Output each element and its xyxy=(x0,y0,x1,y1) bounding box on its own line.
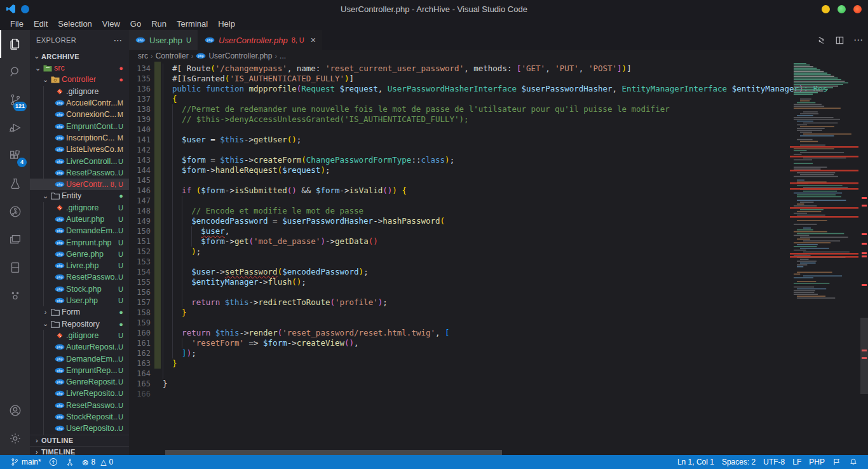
tree-item-demandeem-[interactable]: phpDemandeEm...U xyxy=(30,225,129,236)
problems-status[interactable]: ⊗ 8 △ 0 xyxy=(78,455,118,469)
line-number[interactable]: 161 xyxy=(129,338,153,348)
mascot-extension-icon[interactable] xyxy=(0,282,30,309)
menu-go[interactable]: Go xyxy=(125,18,146,30)
tree-item-resetpasswo-[interactable]: phpResetPasswo...U xyxy=(30,400,129,411)
tree-item-stock-php[interactable]: phpStock.phpU xyxy=(30,283,129,295)
code-line-153[interactable]: 153 xyxy=(129,257,789,267)
tree-item--gitignore[interactable]: .gitignoreU xyxy=(30,202,129,214)
tree-item-demandeem-[interactable]: phpDemandeEm...U xyxy=(30,353,129,364)
tree-item-livre-php[interactable]: phpLivre.phpU xyxy=(30,260,129,271)
code-line-165[interactable]: 165} xyxy=(129,379,789,389)
line-number[interactable]: 149 xyxy=(129,216,153,226)
eol-status[interactable]: LF xyxy=(789,455,805,469)
code-editor[interactable]: 133134 #[ Route('/changemypass', name: '… xyxy=(129,62,868,455)
breadcrumb-item[interactable]: ... xyxy=(280,51,286,60)
line-number[interactable]: 136 xyxy=(129,84,153,94)
tree-item-stockreposit-[interactable]: phpStockReposit...U xyxy=(30,411,129,423)
timeline-section-header[interactable]: › TIMELINE xyxy=(30,446,129,456)
line-number[interactable]: 155 xyxy=(129,277,153,287)
close-tab-icon[interactable]: × xyxy=(311,36,316,44)
line-number[interactable]: 140 xyxy=(129,125,153,135)
code-line-157[interactable]: 157 return $this->redirectToRoute('profi… xyxy=(129,297,789,308)
explorer-icon[interactable] xyxy=(0,30,30,58)
breadcrumb-item[interactable]: src xyxy=(138,51,148,60)
line-number[interactable]: 166 xyxy=(129,389,153,399)
remote-explorer-icon[interactable] xyxy=(0,226,30,254)
menu-file[interactable]: File xyxy=(5,18,29,30)
line-number[interactable]: 156 xyxy=(129,287,153,297)
tree-item-usercontr-[interactable]: phpUserContr...8, U xyxy=(30,179,129,190)
extensions-icon[interactable]: 4 xyxy=(0,142,30,170)
line-number[interactable]: 144 xyxy=(129,165,153,175)
language-server-status[interactable] xyxy=(62,455,78,469)
line-number[interactable]: 158 xyxy=(129,308,153,318)
code-line-163[interactable]: 163 } xyxy=(129,358,789,369)
line-number[interactable]: 165 xyxy=(129,379,153,389)
vertical-scrollbar[interactable] xyxy=(860,318,868,394)
code-line-160[interactable]: 160 return $this->render('reset_password… xyxy=(129,328,789,338)
tree-item--gitignore[interactable]: .gitignoreU xyxy=(30,330,129,341)
code-line-164[interactable]: 164 xyxy=(129,369,789,379)
tree-item-form[interactable]: ›Form● xyxy=(30,306,129,318)
horizontal-scrollbar[interactable] xyxy=(165,450,502,455)
line-number[interactable]: 163 xyxy=(129,358,153,369)
line-number[interactable]: 154 xyxy=(129,267,153,277)
code-line-158[interactable]: 158 } xyxy=(129,308,789,318)
notebook-icon[interactable] xyxy=(0,254,30,282)
window-maximize-button[interactable] xyxy=(837,5,846,13)
tree-item-accueilcontr-[interactable]: phpAccueilContr...M xyxy=(30,97,129,109)
line-number[interactable]: 145 xyxy=(129,175,153,186)
tree-item-empruntcont-[interactable]: phpEmpruntCont...U xyxy=(30,120,129,132)
tree-item-auteurreposi-[interactable]: phpAuteurReposi...U xyxy=(30,341,129,353)
code-line-155[interactable]: 155 $entityManager->flush(); xyxy=(129,277,789,287)
explorer-more-actions-icon[interactable]: ⋯ xyxy=(114,35,123,45)
code-line-139[interactable]: 139 // $this->denyAccessUnlessGranted('I… xyxy=(129,114,789,125)
outline-section-header[interactable]: › OUTLINE xyxy=(30,435,129,446)
window-close-button[interactable] xyxy=(853,5,862,13)
line-number[interactable]: 150 xyxy=(129,226,153,236)
tree-item-inscriptionc-[interactable]: phpInscriptionC...M xyxy=(30,132,129,144)
workspace-root-header[interactable]: ⌄ ARCHHIVE xyxy=(30,50,129,62)
line-number[interactable]: 134 xyxy=(129,64,153,74)
breadcrumb-item[interactable]: phpUserController.php xyxy=(196,51,272,60)
tree-item-genre-php[interactable]: phpGenre.phpU xyxy=(30,248,129,260)
source-control-icon[interactable]: 121 xyxy=(0,86,30,114)
line-number[interactable]: 152 xyxy=(129,247,153,257)
code-line-145[interactable]: 145 xyxy=(129,175,789,186)
split-editor-icon[interactable] xyxy=(835,36,844,45)
line-number[interactable]: 135 xyxy=(129,74,153,84)
code-line-150[interactable]: 150 $user, xyxy=(129,226,789,236)
code-line-140[interactable]: 140 xyxy=(129,125,789,135)
code-line-138[interactable]: 138 //Permet de redemander une nouvelle … xyxy=(129,104,789,114)
line-number[interactable]: 147 xyxy=(129,196,153,206)
search-icon[interactable] xyxy=(0,58,30,86)
language-mode-status[interactable]: PHP xyxy=(805,455,829,469)
code-line-162[interactable]: 162 ]); xyxy=(129,348,789,358)
tree-item-listelivresco-[interactable]: phpListeLivresCo...M xyxy=(30,144,129,155)
code-line-156[interactable]: 156 xyxy=(129,287,789,297)
tab-user-php[interactable]: phpUser.phpU xyxy=(129,30,198,50)
tree-item-livrereposito-[interactable]: phpLivreReposito...U xyxy=(30,388,129,399)
testing-icon[interactable] xyxy=(0,170,30,198)
line-number[interactable]: 138 xyxy=(129,104,153,114)
code-line-151[interactable]: 151 $form->get('mot_de_passe')->getData(… xyxy=(129,236,789,247)
tree-item-connexionc-[interactable]: phpConnexionC...M xyxy=(30,109,129,120)
code-line-136[interactable]: 136 public function mdpprofile(Request $… xyxy=(129,84,789,94)
code-line-161[interactable]: 161 'resetForm' => $form->createView(), xyxy=(129,338,789,348)
code-line-142[interactable]: 142 xyxy=(129,145,789,155)
account-icon[interactable] xyxy=(0,397,30,425)
menu-edit[interactable]: Edit xyxy=(29,18,53,30)
indentation-status[interactable]: Spaces: 2 xyxy=(718,455,759,469)
tree-item-entity[interactable]: ⌄Entity● xyxy=(30,190,129,201)
tree-item-resetpasswo-[interactable]: phpResetPasswo...U xyxy=(30,271,129,283)
line-number[interactable]: 164 xyxy=(129,369,153,379)
code-line-137[interactable]: 137 { xyxy=(129,94,789,104)
run-debug-icon[interactable] xyxy=(0,114,30,142)
cursor-position-status[interactable]: Ln 1, Col 1 xyxy=(674,455,718,469)
sync-status[interactable] xyxy=(45,455,62,469)
tree-item-empruntrep-[interactable]: phpEmpruntRep...U xyxy=(30,365,129,376)
tree-item--gitignore[interactable]: .gitignore xyxy=(30,86,129,97)
menu-run[interactable]: Run xyxy=(146,18,172,30)
tree-item-user-php[interactable]: phpUser.phpU xyxy=(30,295,129,306)
minimap[interactable] xyxy=(789,62,860,455)
